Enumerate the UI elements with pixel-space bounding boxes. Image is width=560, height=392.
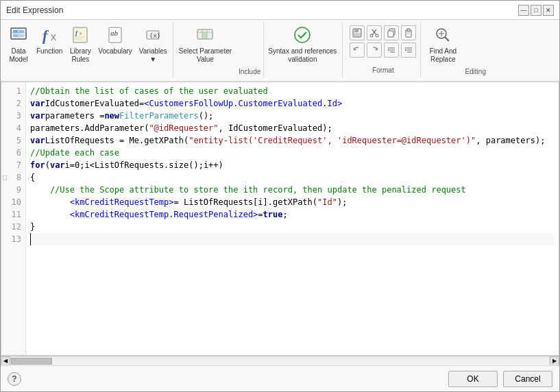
code-line-3: var parameters = new FilterParameters(); — [30, 110, 555, 122]
svg-rect-2 — [19, 30, 24, 33]
horizontal-scrollbar[interactable]: ◀ ▶ — [1, 356, 559, 365]
redo-button[interactable] — [367, 42, 382, 58]
data-model-icon — [8, 24, 29, 46]
vocabulary-icon: ab — [104, 24, 126, 46]
format-group-label: Format — [372, 66, 394, 75]
function-button[interactable]: f x Function — [34, 23, 65, 78]
select-parameter-button[interactable]: Select ParameterValue — [176, 23, 234, 78]
code-line-1: //Obtain the list of cases of the user e… — [30, 85, 555, 97]
window-controls: — □ ✕ — [518, 5, 554, 16]
code-line-8: { — [30, 171, 555, 184]
data-model-label: DataModel — [9, 47, 27, 64]
line-num-12: 12 — [1, 221, 25, 233]
line-num-4: 4 — [1, 122, 25, 134]
bottom-bar: ? OK Cancel — [1, 365, 559, 391]
syntax-validation-button[interactable]: Syntax and referencesvalidation — [265, 23, 339, 78]
scroll-track[interactable] — [10, 356, 550, 366]
code-text-area[interactable]: //Obtain the list of cases of the user e… — [26, 82, 559, 355]
line-num-7: 7 — [1, 159, 25, 171]
function-label: Function — [36, 47, 62, 56]
save-button[interactable] — [350, 25, 365, 40]
variables-icon: {x} — [142, 24, 164, 46]
syntax-validation-label: Syntax and referencesvalidation — [268, 47, 337, 64]
close-button[interactable]: ✕ — [543, 5, 554, 16]
maximize-button[interactable]: □ — [531, 5, 541, 16]
line-num-1: 1 — [1, 85, 25, 97]
svg-rect-4 — [19, 34, 24, 37]
find-replace-button[interactable]: Find AndReplace — [422, 23, 463, 78]
dialog-buttons: OK Cancel — [448, 371, 552, 387]
data-model-button[interactable]: DataModel — [5, 23, 32, 78]
line-num-2: 2 — [1, 97, 25, 110]
scroll-right-button[interactable]: ▶ — [550, 356, 559, 366]
code-line-6: //Update each case — [30, 147, 555, 159]
scroll-thumb[interactable] — [11, 358, 52, 365]
ok-button[interactable]: OK — [448, 371, 498, 387]
svg-point-25 — [295, 27, 310, 42]
help-button[interactable]: ? — [8, 372, 21, 386]
undo-button[interactable] — [350, 42, 365, 58]
svg-point-31 — [370, 34, 373, 37]
paste-button[interactable] — [401, 25, 416, 40]
scroll-left-button[interactable]: ◀ — [1, 356, 10, 366]
line-num-3: 3 — [1, 110, 25, 122]
code-line-4: parameters.AddParameter("@idRequester", … — [30, 122, 555, 134]
code-line-5: var ListOfRequests = Me.getXPath("entity… — [30, 134, 555, 147]
line-numbers: 1 2 3 4 5 6 7 8 9 10 11 12 13 — [1, 82, 26, 355]
code-editor[interactable]: 1 2 3 4 5 6 7 8 9 10 11 12 13 //Obtain t… — [1, 82, 559, 356]
code-line-9: //Use the Scope attribute to store the i… — [30, 184, 555, 196]
library-rules-icon: f x — [69, 24, 91, 46]
indent-decrease-button[interactable] — [384, 42, 399, 58]
code-line-10: <kmCreditRequestTemp> = ListOfRequests[i… — [30, 196, 555, 208]
line-num-13: 13 — [1, 233, 25, 245]
minimize-button[interactable]: — — [518, 5, 529, 16]
svg-line-46 — [445, 37, 449, 41]
library-rules-button[interactable]: f x LibraryRules — [66, 23, 94, 78]
line-num-5: 5 — [1, 134, 25, 147]
find-replace-label: Find AndReplace — [430, 47, 456, 64]
function-icon: f x — [38, 24, 60, 46]
svg-rect-1 — [13, 30, 18, 33]
syntax-validation-icon — [291, 24, 313, 46]
code-line-2: var IdCustomerEvaluated=<CustomersFollow… — [30, 97, 555, 110]
svg-rect-28 — [354, 33, 361, 36]
select-parameter-label: Select ParameterValue — [179, 47, 232, 64]
variables-label: Variables▼ — [139, 47, 167, 64]
line-num-11: 11 — [1, 208, 25, 221]
cancel-button[interactable]: Cancel — [503, 371, 552, 387]
code-line-11: <kmCreditRequestTemp.RequestPenalized> =… — [30, 208, 555, 221]
find-replace-icon — [432, 24, 454, 46]
toolbar: DataModel f x Function f x — [1, 20, 559, 82]
vocabulary-label: Vocabulary — [98, 47, 132, 56]
title-bar: Edit Expression — □ ✕ — [1, 1, 559, 20]
library-rules-label: LibraryRules — [70, 47, 91, 64]
variables-button[interactable]: {x} Variables▼ — [136, 23, 170, 78]
select-parameter-icon — [194, 24, 216, 46]
editing-group-label: Editing — [465, 68, 486, 75]
svg-text:x: x — [51, 31, 56, 42]
indent-increase-button[interactable] — [401, 42, 416, 58]
svg-rect-34 — [388, 31, 393, 37]
include-group-label: Include — [239, 68, 260, 75]
line-num-6: 6 — [1, 147, 25, 159]
code-line-12: } — [30, 221, 555, 233]
copy-button[interactable] — [384, 25, 399, 40]
cut-button[interactable] — [367, 25, 382, 40]
svg-point-32 — [376, 34, 378, 37]
code-line-7: for (var i=0;i<ListOfRequests.size();i++… — [30, 159, 555, 171]
svg-rect-24 — [202, 32, 207, 39]
code-line-13 — [30, 233, 555, 245]
vocabulary-button[interactable]: ab Vocabulary — [95, 23, 134, 78]
svg-rect-36 — [407, 29, 410, 32]
svg-rect-27 — [354, 29, 358, 32]
svg-text:{x}: {x} — [149, 32, 160, 39]
edit-expression-window: Edit Expression — □ ✕ DataModel — [0, 0, 560, 392]
svg-text:ab: ab — [110, 29, 119, 37]
line-num-8: 8 — [1, 171, 25, 184]
svg-rect-3 — [13, 34, 18, 37]
svg-text:f: f — [42, 27, 49, 44]
svg-text:x: x — [80, 31, 82, 36]
line-num-10: 10 — [1, 196, 25, 208]
line-num-9: 9 — [1, 184, 25, 196]
window-title: Edit Expression — [6, 5, 63, 15]
